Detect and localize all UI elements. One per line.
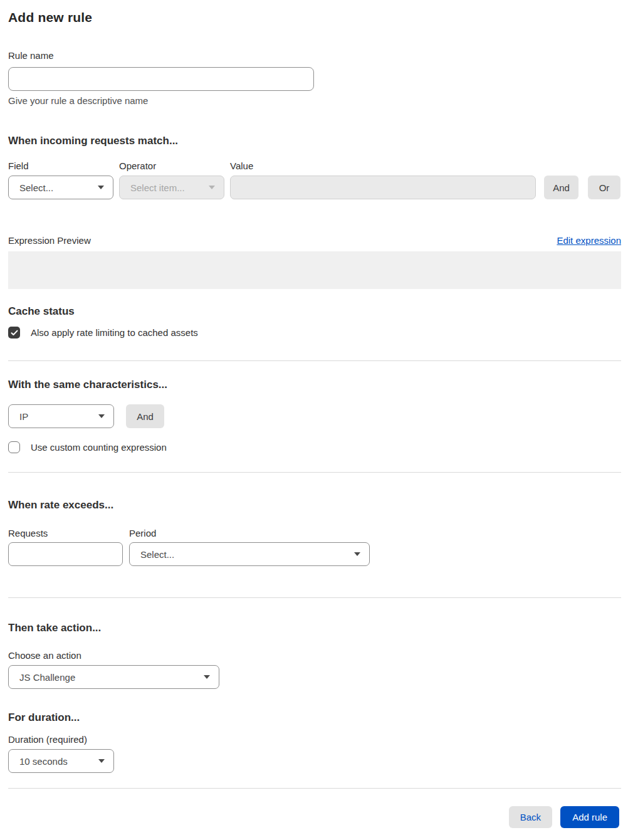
page-title: Add new rule [8, 10, 621, 25]
characteristics-controls-row: IP And [8, 404, 621, 428]
cache-status-checkbox-row: Also apply rate limiting to cached asset… [8, 327, 621, 339]
rule-name-label: Rule name [8, 50, 54, 61]
check-icon [11, 330, 18, 336]
chevron-down-icon [209, 186, 215, 189]
rule-name-helper: Give your rule a descriptive name [8, 95, 621, 106]
operator-label: Operator [119, 160, 230, 171]
cached-assets-checkbox[interactable] [8, 327, 20, 339]
duration-select-value: 10 seconds [19, 756, 68, 767]
action-select-value: JS Challenge [19, 672, 75, 683]
characteristic-select[interactable]: IP [8, 404, 114, 428]
field-select[interactable]: Select... [8, 176, 113, 199]
period-select-value: Select... [140, 549, 174, 560]
action-heading: Then take action... [8, 622, 621, 634]
match-section-heading: When incoming requests match... [8, 135, 621, 147]
expression-preview-box [8, 251, 621, 289]
rate-heading: When rate exceeds... [8, 499, 621, 512]
cache-status-heading: Cache status [8, 305, 621, 318]
action-select[interactable]: JS Challenge [8, 665, 219, 689]
duration-label: Duration (required) [8, 734, 621, 745]
chevron-down-icon [98, 414, 105, 418]
edit-expression-link[interactable]: Edit expression [557, 235, 621, 246]
rate-controls-row: Select... [8, 542, 621, 566]
field-label: Field [8, 160, 119, 171]
form-footer: Back Add rule [8, 806, 621, 828]
chevron-down-icon [354, 552, 360, 556]
requests-label: Requests [8, 528, 129, 538]
operator-select: Select item... [119, 176, 224, 199]
custom-counting-checkbox[interactable] [8, 441, 20, 453]
value-input [230, 176, 536, 199]
or-button[interactable]: Or [588, 176, 620, 199]
divider [8, 597, 621, 598]
operator-select-value: Select item... [130, 182, 185, 193]
add-rule-button[interactable]: Add rule [560, 806, 619, 828]
period-select[interactable]: Select... [129, 542, 370, 566]
period-label: Period [129, 528, 156, 538]
rule-name-group: Rule name Give your rule a descriptive n… [8, 50, 621, 106]
divider [8, 472, 621, 473]
custom-counting-checkbox-row: Use custom counting expression [8, 441, 621, 453]
rate-labels-row: Requests Period [8, 528, 621, 538]
duration-select[interactable]: 10 seconds [8, 749, 114, 773]
choose-action-label: Choose an action [8, 650, 621, 661]
and-button[interactable]: And [544, 176, 578, 199]
chevron-down-icon [204, 675, 210, 679]
rule-name-input[interactable] [8, 67, 314, 91]
expression-preview-label: Expression Preview [8, 235, 91, 246]
cached-assets-label: Also apply rate limiting to cached asset… [31, 327, 198, 338]
characteristic-select-value: IP [19, 411, 28, 422]
back-button[interactable]: Back [509, 806, 552, 828]
duration-heading: For duration... [8, 711, 621, 724]
chevron-down-icon [98, 186, 104, 189]
match-controls-row: Select... Select item... And Or [8, 176, 621, 199]
expression-preview-header: Expression Preview Edit expression [8, 235, 621, 246]
custom-counting-label: Use custom counting expression [31, 442, 167, 453]
chevron-down-icon [98, 759, 105, 763]
divider [8, 788, 621, 789]
value-label: Value [230, 160, 253, 171]
characteristics-heading: With the same characteristics... [8, 379, 621, 391]
requests-input[interactable] [8, 542, 123, 566]
characteristics-and-button[interactable]: And [126, 404, 164, 428]
add-rule-form: Add new rule Rule name Give your rule a … [0, 0, 628, 828]
divider [8, 360, 621, 361]
field-select-value: Select... [19, 182, 53, 193]
match-labels-row: Field Operator Value [8, 160, 621, 171]
